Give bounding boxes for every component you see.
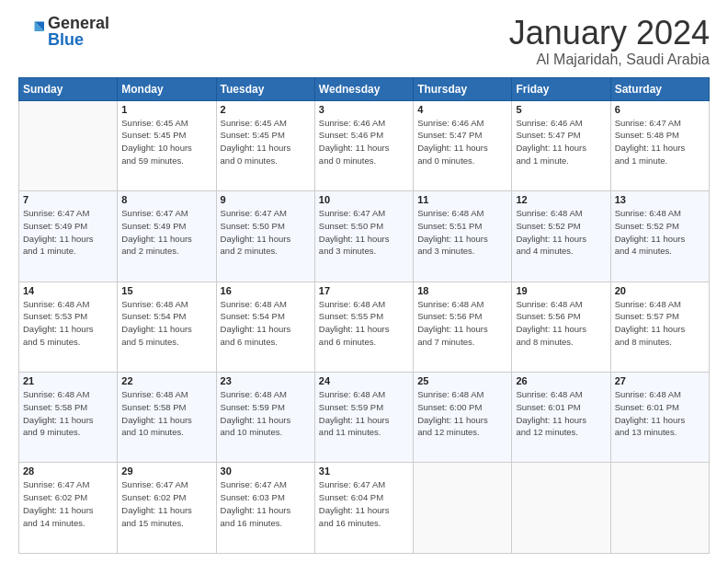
day-detail: Sunrise: 6:48 AMSunset: 5:57 PMDaylight:… [615, 298, 705, 349]
day-detail: Sunrise: 6:47 AMSunset: 5:50 PMDaylight:… [319, 207, 409, 258]
calendar-cell: 9Sunrise: 6:47 AMSunset: 5:50 PMDaylight… [216, 191, 314, 282]
calendar-cell: 16Sunrise: 6:48 AMSunset: 5:54 PMDayligh… [216, 282, 314, 372]
calendar-cell: 12Sunrise: 6:48 AMSunset: 5:52 PMDayligh… [512, 191, 610, 282]
calendar-week-row: 28Sunrise: 6:47 AMSunset: 6:02 PMDayligh… [19, 463, 710, 554]
calendar-cell: 13Sunrise: 6:48 AMSunset: 5:52 PMDayligh… [610, 191, 709, 282]
calendar-cell: 25Sunrise: 6:48 AMSunset: 6:00 PMDayligh… [414, 373, 512, 463]
header-row: SundayMondayTuesdayWednesdayThursdayFrid… [19, 77, 710, 100]
header: General Blue January 2024 Al Majaridah, … [18, 15, 710, 68]
day-number: 22 [121, 375, 211, 386]
calendar-cell: 11Sunrise: 6:48 AMSunset: 5:51 PMDayligh… [414, 191, 512, 282]
day-detail: Sunrise: 6:47 AMSunset: 5:48 PMDaylight:… [615, 117, 705, 167]
day-detail: Sunrise: 6:48 AMSunset: 5:52 PMDaylight:… [516, 207, 606, 258]
day-number: 4 [417, 104, 507, 115]
calendar-cell: 17Sunrise: 6:48 AMSunset: 5:55 PMDayligh… [314, 282, 413, 372]
header-day: Saturday [610, 77, 709, 100]
calendar-cell: 22Sunrise: 6:48 AMSunset: 5:58 PMDayligh… [118, 373, 216, 463]
calendar-cell: 30Sunrise: 6:47 AMSunset: 6:03 PMDayligh… [216, 463, 314, 554]
day-number: 28 [23, 465, 113, 477]
logo-text: General Blue [48, 15, 109, 48]
day-number: 30 [221, 465, 311, 477]
day-detail: Sunrise: 6:48 AMSunset: 5:51 PMDaylight:… [417, 207, 507, 258]
logo-icon [18, 18, 44, 44]
calendar-cell: 7Sunrise: 6:47 AMSunset: 5:49 PMDaylight… [19, 191, 118, 282]
day-detail: Sunrise: 6:46 AMSunset: 5:47 PMDaylight:… [417, 117, 507, 167]
day-number: 12 [516, 194, 606, 205]
calendar-cell: 15Sunrise: 6:48 AMSunset: 5:54 PMDayligh… [118, 282, 216, 372]
page: General Blue January 2024 Al Majaridah, … [0, 0, 728, 563]
calendar-cell: 23Sunrise: 6:48 AMSunset: 5:59 PMDayligh… [216, 373, 314, 463]
header-day: Monday [118, 77, 216, 100]
day-number: 2 [221, 104, 311, 115]
day-detail: Sunrise: 6:48 AMSunset: 5:55 PMDaylight:… [319, 298, 409, 349]
calendar-week-row: 7Sunrise: 6:47 AMSunset: 5:49 PMDaylight… [19, 191, 710, 282]
calendar-cell: 31Sunrise: 6:47 AMSunset: 6:04 PMDayligh… [314, 463, 413, 554]
calendar-table: SundayMondayTuesdayWednesdayThursdayFrid… [18, 77, 710, 554]
calendar-cell: 1Sunrise: 6:45 AMSunset: 5:45 PMDaylight… [118, 100, 216, 190]
calendar-week-row: 14Sunrise: 6:48 AMSunset: 5:53 PMDayligh… [19, 282, 710, 372]
calendar-cell: 14Sunrise: 6:48 AMSunset: 5:53 PMDayligh… [19, 282, 118, 372]
calendar-week-row: 21Sunrise: 6:48 AMSunset: 5:58 PMDayligh… [19, 373, 710, 463]
calendar-cell: 28Sunrise: 6:47 AMSunset: 6:02 PMDayligh… [19, 463, 118, 554]
day-number: 20 [615, 285, 705, 296]
main-title: January 2024 [509, 15, 710, 52]
day-number: 18 [417, 285, 507, 296]
calendar-cell: 19Sunrise: 6:48 AMSunset: 5:56 PMDayligh… [512, 282, 610, 372]
day-number: 17 [319, 285, 409, 296]
header-day: Sunday [19, 77, 118, 100]
day-number: 7 [23, 194, 113, 205]
day-detail: Sunrise: 6:48 AMSunset: 5:59 PMDaylight:… [319, 388, 409, 439]
day-number: 14 [23, 285, 113, 296]
calendar-cell [610, 463, 709, 554]
day-detail: Sunrise: 6:48 AMSunset: 5:58 PMDaylight:… [23, 388, 113, 439]
day-number: 1 [121, 104, 211, 115]
header-day: Thursday [414, 77, 512, 100]
day-number: 3 [319, 104, 409, 115]
logo: General Blue [18, 15, 109, 48]
day-number: 6 [615, 104, 705, 115]
day-number: 15 [121, 285, 211, 296]
day-detail: Sunrise: 6:46 AMSunset: 5:47 PMDaylight:… [516, 117, 606, 167]
header-day: Friday [512, 77, 610, 100]
calendar-cell: 27Sunrise: 6:48 AMSunset: 6:01 PMDayligh… [610, 373, 709, 463]
day-detail: Sunrise: 6:48 AMSunset: 5:53 PMDaylight:… [23, 298, 113, 349]
header-day: Wednesday [314, 77, 413, 100]
calendar-cell: 26Sunrise: 6:48 AMSunset: 6:01 PMDayligh… [512, 373, 610, 463]
title-block: January 2024 Al Majaridah, Saudi Arabia [509, 15, 710, 68]
day-number: 9 [221, 194, 311, 205]
logo-general: General [48, 14, 109, 32]
day-number: 23 [221, 375, 311, 386]
day-number: 13 [615, 194, 705, 205]
day-number: 26 [516, 375, 606, 386]
day-number: 8 [121, 194, 211, 205]
day-number: 19 [516, 285, 606, 296]
calendar-cell: 4Sunrise: 6:46 AMSunset: 5:47 PMDaylight… [414, 100, 512, 190]
day-number: 31 [319, 465, 409, 477]
subtitle: Al Majaridah, Saudi Arabia [509, 52, 710, 68]
calendar-cell [19, 100, 118, 190]
day-detail: Sunrise: 6:48 AMSunset: 5:52 PMDaylight:… [615, 207, 705, 258]
calendar-cell [512, 463, 610, 554]
calendar-cell: 29Sunrise: 6:47 AMSunset: 6:02 PMDayligh… [118, 463, 216, 554]
day-detail: Sunrise: 6:48 AMSunset: 5:58 PMDaylight:… [121, 388, 211, 439]
day-detail: Sunrise: 6:47 AMSunset: 6:02 PMDaylight:… [121, 478, 211, 529]
day-number: 25 [417, 375, 507, 386]
day-detail: Sunrise: 6:46 AMSunset: 5:46 PMDaylight:… [319, 117, 409, 167]
calendar-cell: 8Sunrise: 6:47 AMSunset: 5:49 PMDaylight… [118, 191, 216, 282]
day-detail: Sunrise: 6:48 AMSunset: 5:56 PMDaylight:… [516, 298, 606, 349]
day-detail: Sunrise: 6:47 AMSunset: 5:49 PMDaylight:… [23, 207, 113, 258]
day-detail: Sunrise: 6:47 AMSunset: 6:02 PMDaylight:… [23, 478, 113, 529]
calendar-cell: 10Sunrise: 6:47 AMSunset: 5:50 PMDayligh… [314, 191, 413, 282]
day-detail: Sunrise: 6:48 AMSunset: 5:54 PMDaylight:… [221, 298, 311, 349]
day-detail: Sunrise: 6:48 AMSunset: 6:00 PMDaylight:… [417, 388, 507, 439]
calendar-cell: 20Sunrise: 6:48 AMSunset: 5:57 PMDayligh… [610, 282, 709, 372]
day-detail: Sunrise: 6:47 AMSunset: 5:50 PMDaylight:… [221, 207, 311, 258]
day-detail: Sunrise: 6:48 AMSunset: 5:54 PMDaylight:… [121, 298, 211, 349]
calendar-cell: 6Sunrise: 6:47 AMSunset: 5:48 PMDaylight… [610, 100, 709, 190]
calendar-cell: 3Sunrise: 6:46 AMSunset: 5:46 PMDaylight… [314, 100, 413, 190]
calendar-cell [414, 463, 512, 554]
day-detail: Sunrise: 6:47 AMSunset: 6:03 PMDaylight:… [221, 478, 311, 529]
day-number: 5 [516, 104, 606, 115]
calendar-cell: 24Sunrise: 6:48 AMSunset: 5:59 PMDayligh… [314, 373, 413, 463]
day-number: 16 [221, 285, 311, 296]
